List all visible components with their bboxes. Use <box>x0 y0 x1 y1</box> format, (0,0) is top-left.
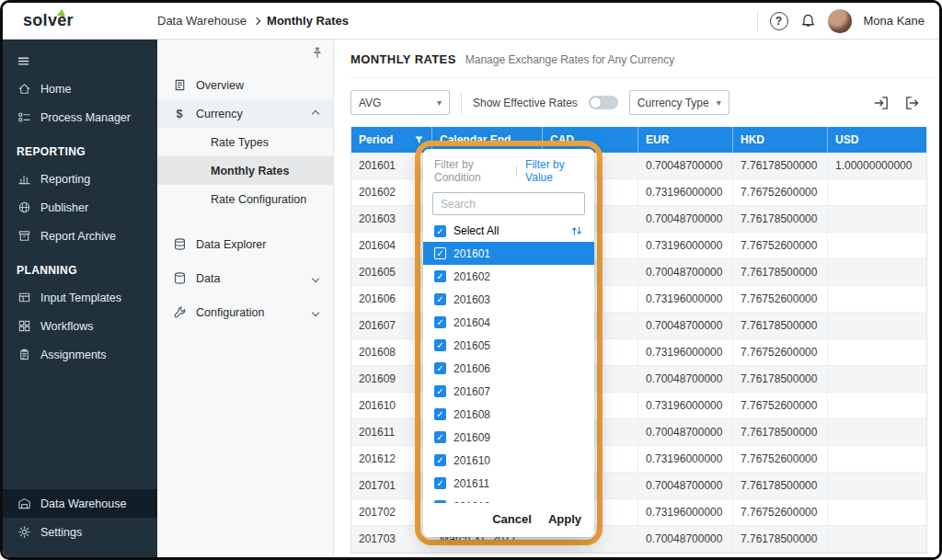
filter-item-checkbox[interactable]: ✓ <box>434 454 446 466</box>
filter-item[interactable]: ✓201601 <box>423 242 594 265</box>
filter-item-label: 201607 <box>454 385 490 398</box>
sidebar-item-publisher[interactable]: Publisher <box>3 193 157 222</box>
subnav-item-currency[interactable]: $ Currency <box>157 99 333 128</box>
app-body: Home Process Manager REPORTING Reporting… <box>3 40 939 557</box>
subnav-item-label: Currency <box>196 108 243 120</box>
apply-button[interactable]: Apply <box>548 512 581 526</box>
filter-item-label: 201601 <box>454 247 490 260</box>
filter-item-checkbox[interactable]: ✓ <box>434 316 446 328</box>
caret-down-icon: ▾ <box>437 97 442 108</box>
filter-search-input[interactable] <box>432 192 585 215</box>
sidebar-item-reporting[interactable]: Reporting <box>3 165 157 193</box>
sidebar-item-input-templates[interactable]: Input Templates <box>3 283 157 312</box>
help-icon[interactable]: ? <box>770 12 788 30</box>
sidebar-item-report-archive[interactable]: Report Archive <box>3 222 157 250</box>
filter-item[interactable]: ✓201609 <box>423 426 594 449</box>
subnav-item-label: Overview <box>196 79 244 92</box>
input-templates-icon <box>17 291 31 304</box>
subnav-item-overview[interactable]: Overview <box>157 71 333 99</box>
cell-eur: 0.70048700000 <box>638 153 733 178</box>
pin-icon[interactable] <box>311 46 324 59</box>
filter-item[interactable]: ✓201611 <box>423 472 594 495</box>
column-label: USD <box>835 133 858 146</box>
filter-item[interactable]: ✓201603 <box>423 288 594 311</box>
select-all-checkbox[interactable]: ✓ <box>434 225 446 237</box>
filter-item-checkbox[interactable]: ✓ <box>434 362 446 374</box>
filter-item-checkbox[interactable]: ✓ <box>434 431 446 443</box>
show-effective-rates-toggle[interactable] <box>589 96 618 109</box>
column-header-usd[interactable]: USD <box>828 127 928 153</box>
subnav-item-monthly-rates[interactable]: Monthly Rates <box>157 156 333 185</box>
highlight-annotation: Filter by Condition Filter by Value ✓ Se… <box>415 141 603 545</box>
subnav-item-label: Configuration <box>196 306 264 319</box>
export-icon[interactable] <box>904 95 921 111</box>
chevron-right-icon <box>253 17 260 25</box>
filter-item[interactable]: ✓201607 <box>423 380 594 403</box>
menu-toggle-button[interactable] <box>3 47 157 74</box>
sidebar-item-workflows[interactable]: Workflows <box>3 312 157 340</box>
select-all-row[interactable]: ✓ Select All <box>423 218 594 240</box>
filter-item-checkbox[interactable]: ✓ <box>434 339 446 351</box>
aggregation-dropdown[interactable]: AVG ▾ <box>350 90 450 115</box>
sidebar-item-settings[interactable]: Settings <box>3 518 157 546</box>
sidebar-bottom: Data Warehouse Settings <box>3 489 157 557</box>
filter-item[interactable]: ✓201612 <box>423 495 594 503</box>
filter-item-checkbox[interactable]: ✓ <box>434 408 446 420</box>
currency-type-dropdown[interactable]: Currency Type ▾ <box>629 90 729 115</box>
publisher-icon <box>17 200 31 214</box>
filter-item[interactable]: ✓201604 <box>423 311 594 334</box>
cell-eur: 0.70048700000 <box>638 366 733 392</box>
subnav-item-rate-types[interactable]: Rate Types <box>157 128 333 156</box>
subnav-item-data[interactable]: Data <box>157 264 333 292</box>
cell-hkd: 7.76752600000 <box>733 393 828 418</box>
column-label: Period <box>359 133 393 146</box>
user-name[interactable]: Mona Kane <box>864 14 925 28</box>
sort-icon[interactable] <box>570 224 583 237</box>
process-manager-icon <box>17 110 31 124</box>
cell-eur: 0.70048700000 <box>638 419 733 445</box>
column-header-hkd[interactable]: HKD <box>733 127 828 153</box>
notifications-icon[interactable] <box>800 13 816 29</box>
breadcrumb-data-warehouse[interactable]: Data Warehouse <box>157 14 247 28</box>
sidebar-item-label: Publisher <box>40 201 88 214</box>
subnav-item-data-explorer[interactable]: Data Explorer <box>157 230 333 258</box>
tab-filter-by-condition[interactable]: Filter by Condition <box>434 158 508 184</box>
subnav-item-rate-configuration[interactable]: Rate Configuration <box>157 185 333 213</box>
filter-item-checkbox[interactable]: ✓ <box>434 293 446 305</box>
topbar-divider <box>757 11 758 31</box>
cell-hkd: 7.76752600000 <box>733 499 828 525</box>
sidebar-item-assignments[interactable]: Assignments <box>3 340 157 369</box>
select-all-label: Select All <box>454 224 499 237</box>
filter-item-label: 201610 <box>454 454 490 467</box>
sidebar-item-label: Assignments <box>40 349 107 361</box>
import-icon[interactable] <box>873 95 890 111</box>
filter-item-checkbox[interactable]: ✓ <box>434 270 446 282</box>
page-title: MONTHLY RATES <box>350 52 456 66</box>
primary-sidebar: Home Process Manager REPORTING Reporting… <box>3 40 157 557</box>
filter-item[interactable]: ✓201608 <box>423 403 594 426</box>
tab-filter-by-value[interactable]: Filter by Value <box>525 158 583 184</box>
sidebar-item-home[interactable]: Home <box>3 74 157 103</box>
data-icon <box>172 271 187 285</box>
filter-item[interactable]: ✓201610 <box>423 449 594 472</box>
cancel-button[interactable]: Cancel <box>492 512 532 526</box>
cell-usd <box>828 366 928 392</box>
breadcrumb-monthly-rates: Monthly Rates <box>267 14 349 28</box>
sidebar-item-data-warehouse[interactable]: Data Warehouse <box>3 489 157 518</box>
filter-item-checkbox[interactable]: ✓ <box>434 385 446 397</box>
sidebar-item-process-manager[interactable]: Process Manager <box>3 103 157 131</box>
cell-eur: 0.73196000000 <box>638 179 733 205</box>
sidebar-item-label: Report Archive <box>40 230 116 243</box>
column-header-eur[interactable]: EUR <box>638 127 733 153</box>
filter-item[interactable]: ✓201606 <box>423 357 594 380</box>
cell-usd <box>828 286 928 312</box>
filter-item-checkbox[interactable]: ✓ <box>434 477 446 489</box>
filter-item-label: 201602 <box>454 270 490 283</box>
sidebar-item-label: Workflows <box>40 320 93 333</box>
filter-item[interactable]: ✓201605 <box>423 334 594 357</box>
subnav-item-configuration[interactable]: Configuration <box>157 298 333 326</box>
user-avatar[interactable] <box>828 9 852 33</box>
cell-hkd: 7.76752600000 <box>733 286 828 312</box>
filter-item[interactable]: ✓201602 <box>423 265 594 288</box>
filter-item-checkbox[interactable]: ✓ <box>434 247 446 259</box>
